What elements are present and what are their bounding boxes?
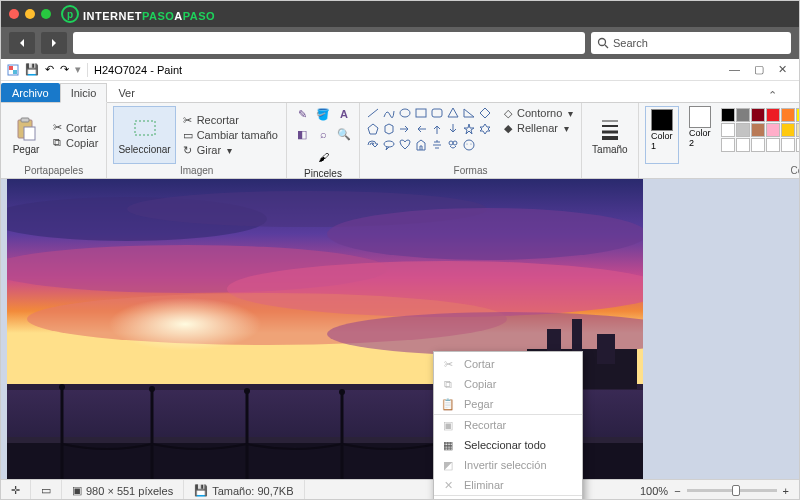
- color-palette[interactable]: [721, 108, 800, 164]
- brushes-label: Pinceles: [304, 168, 342, 179]
- text-tool[interactable]: A: [335, 106, 353, 122]
- back-button[interactable]: [9, 32, 35, 54]
- picker-tool[interactable]: ⌕: [314, 126, 332, 142]
- crop-button[interactable]: ✂Recortar: [180, 113, 280, 127]
- palette-swatch[interactable]: [766, 123, 780, 137]
- qat-redo-icon[interactable]: ↷: [60, 63, 69, 76]
- svg-point-59: [149, 386, 155, 392]
- palette-swatch[interactable]: [721, 123, 735, 137]
- zoom-slider[interactable]: [687, 489, 777, 492]
- disk-icon: 💾: [194, 484, 208, 497]
- palette-swatch[interactable]: [781, 123, 795, 137]
- crop-icon: ▣: [440, 418, 456, 432]
- resize-button[interactable]: ▭Cambiar tamaño: [180, 128, 280, 142]
- color2-button[interactable]: Color 2: [683, 106, 717, 164]
- palette-swatch[interactable]: [736, 138, 750, 152]
- svg-marker-13: [448, 108, 458, 117]
- group-colors: Color 1 Color 2 Editar colores Editar co…: [639, 103, 800, 178]
- win-close-icon[interactable]: ✕: [778, 63, 787, 76]
- palette-swatch[interactable]: [796, 138, 800, 152]
- svg-marker-15: [480, 108, 490, 118]
- outline-button[interactable]: ◇Contorno ▾: [500, 106, 575, 120]
- search-box[interactable]: Search: [591, 32, 791, 54]
- color1-button[interactable]: Color 1: [645, 106, 679, 164]
- svg-point-60: [244, 388, 250, 394]
- ctx-select-all[interactable]: ▦Seleccionar todo: [434, 435, 582, 455]
- traffic-close[interactable]: [9, 9, 19, 19]
- tab-file[interactable]: Archivo: [1, 83, 60, 102]
- palette-swatch[interactable]: [796, 123, 800, 137]
- palette-swatch[interactable]: [766, 108, 780, 122]
- selection-cell: ▭: [31, 480, 62, 500]
- shapes-gallery[interactable]: [366, 106, 492, 164]
- svg-rect-7: [24, 127, 35, 140]
- tab-view[interactable]: Ver: [107, 83, 146, 102]
- svg-point-23: [464, 140, 474, 150]
- fill-icon: ◆: [502, 122, 514, 134]
- zoom-out-icon[interactable]: −: [674, 485, 680, 497]
- fill-tool[interactable]: 🪣: [314, 106, 332, 122]
- size-icon: [597, 116, 623, 142]
- cut-button[interactable]: ✂Cortar: [49, 121, 100, 135]
- svg-marker-16: [368, 124, 378, 134]
- palette-swatch[interactable]: [751, 123, 765, 137]
- cut-icon: ✂: [440, 357, 456, 371]
- svg-point-10: [400, 109, 410, 117]
- select-all-icon: ▦: [440, 438, 456, 452]
- fill-button[interactable]: ◆Rellenar ▾: [500, 121, 575, 135]
- size-label: Tamaño: [592, 144, 628, 155]
- palette-swatch[interactable]: [751, 138, 765, 152]
- paste-button[interactable]: Pegar: [7, 106, 45, 164]
- win-min-icon[interactable]: —: [729, 63, 740, 76]
- url-bar[interactable]: [73, 32, 585, 54]
- status-bar: ✛ ▭ ▣980 × 551 píxeles 💾Tamaño: 90,7KB 1…: [1, 479, 799, 500]
- svg-rect-12: [432, 109, 442, 117]
- pencil-tool[interactable]: ✎: [293, 106, 311, 122]
- traffic-max[interactable]: [41, 9, 51, 19]
- eraser-tool[interactable]: ◧: [293, 126, 311, 142]
- qat-undo-icon[interactable]: ↶: [45, 63, 54, 76]
- traffic-min[interactable]: [25, 9, 35, 19]
- palette-swatch[interactable]: [781, 138, 795, 152]
- window-title: H24O7024 - Paint: [94, 64, 182, 76]
- app-title-bar: 💾 ↶ ↷ ▾ H24O7024 - Paint — ▢ ✕: [1, 59, 799, 81]
- ctx-rotate[interactable]: ↻Girar▸: [434, 495, 582, 500]
- zoom-tool[interactable]: 🔍: [335, 126, 353, 142]
- rotate-button[interactable]: ↻Girar ▾: [180, 143, 280, 157]
- ctx-copy: ⧉Copiar: [434, 374, 582, 394]
- brushes-button[interactable]: 🖌 Pinceles: [293, 146, 353, 181]
- ribbon: Pegar ✂Cortar ⧉Copiar Portapapeles Selec…: [1, 103, 799, 179]
- zoom-in-icon[interactable]: +: [783, 485, 789, 497]
- palette-swatch[interactable]: [751, 108, 765, 122]
- palette-swatch[interactable]: [796, 108, 800, 122]
- dims-cell: ▣980 × 551 píxeles: [62, 480, 184, 500]
- group-colors-label: Colores: [645, 165, 800, 176]
- size-button[interactable]: Tamaño: [588, 106, 632, 164]
- qat-save-icon[interactable]: 💾: [25, 63, 39, 76]
- palette-swatch[interactable]: [736, 108, 750, 122]
- palette-swatch[interactable]: [721, 138, 735, 152]
- svg-rect-4: [13, 70, 17, 74]
- copy-icon: ⧉: [440, 377, 456, 391]
- win-max-icon[interactable]: ▢: [754, 63, 764, 76]
- context-menu: ✂Cortar ⧉Copiar 📋Pegar ▣Recortar ▦Selecc…: [433, 351, 583, 500]
- palette-swatch[interactable]: [736, 123, 750, 137]
- palette-swatch[interactable]: [721, 108, 735, 122]
- filesize-cell: 💾Tamaño: 90,7KB: [184, 480, 304, 500]
- svg-rect-8: [135, 121, 155, 135]
- svg-point-20: [384, 141, 394, 147]
- zoom-control[interactable]: 100% − +: [630, 485, 799, 497]
- palette-swatch[interactable]: [781, 108, 795, 122]
- group-tools: ✎ 🪣 A ◧ ⌕ 🔍 🖌 Pinceles Herramientas: [287, 103, 360, 178]
- palette-swatch[interactable]: [766, 138, 780, 152]
- svg-rect-50: [597, 334, 615, 364]
- color2-swatch: [689, 106, 711, 128]
- forward-button[interactable]: [41, 32, 67, 54]
- ribbon-collapse-icon[interactable]: ⌃: [768, 89, 799, 102]
- color2-label: Color 2: [689, 128, 711, 148]
- copy-button[interactable]: ⧉Copiar: [49, 136, 100, 150]
- select-button[interactable]: Seleccionar: [113, 106, 175, 164]
- group-size: Tamaño: [582, 103, 639, 178]
- group-size-label: [588, 165, 632, 176]
- tab-home[interactable]: Inicio: [60, 83, 108, 103]
